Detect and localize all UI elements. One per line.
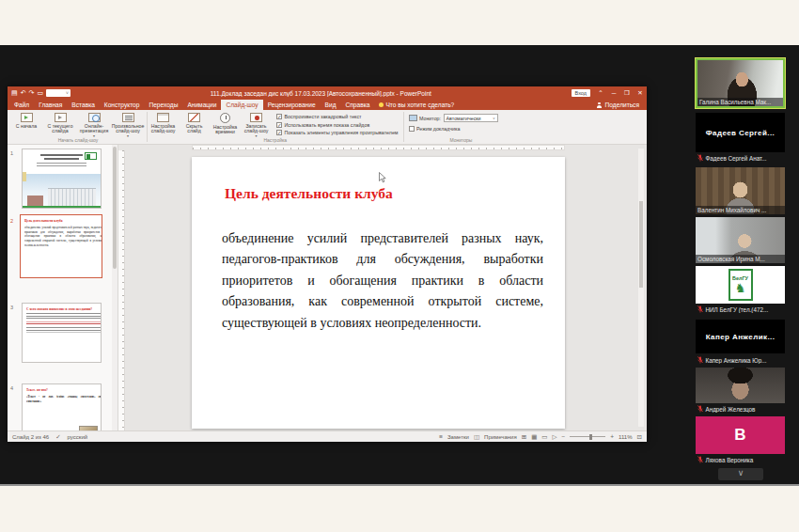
checkbox-presenter-view[interactable]: Режим докладчика [409, 126, 519, 132]
online-presentation-icon [88, 113, 101, 122]
thumb-number-3: 3 [10, 305, 13, 310]
letterbox-top [0, 0, 799, 45]
restore-button[interactable]: ❐ [620, 86, 634, 100]
zoom-in-icon[interactable]: + [610, 433, 614, 440]
zoom-out-icon[interactable]: − [561, 433, 565, 440]
slide-sorter-icon[interactable]: ▦ [531, 433, 537, 441]
zoom-level[interactable]: 111% [619, 434, 632, 440]
decor-strip [23, 206, 101, 208]
participant-video-tile[interactable]: Галина Васильевна Мак... [696, 58, 785, 108]
slide-scrollbar[interactable] [638, 149, 644, 427]
checkbox-show-media-controls[interactable]: ✓ Показать элементы управления проигрыва… [276, 130, 399, 135]
close-button[interactable]: ✕ [634, 86, 647, 100]
share-button[interactable]: Поделиться [597, 100, 647, 110]
quick-access-toolbar: ▤ ↶ ↷ ▭ ˅ [8, 86, 70, 100]
checkbox-checked-icon: ✓ [276, 114, 282, 119]
tab-view[interactable]: Вид [321, 100, 341, 110]
group-monitors: Монитор: Автоматически ˅ Режим докладчик… [404, 110, 519, 144]
sign-in-button[interactable]: Вход [572, 89, 590, 97]
scrollbar-thumb[interactable] [639, 201, 643, 288]
thumbnail-slide-2-selected[interactable]: Цель деятельности клуба объединение усил… [20, 214, 102, 278]
thumb-slide-title: С чего связано появление в этом заседани… [26, 307, 102, 311]
play-from-start-icon [21, 113, 33, 122]
body-text-bars [26, 327, 102, 333]
thumb-number-2: 2 [10, 218, 13, 224]
university-photo [23, 174, 101, 206]
undo-icon[interactable]: ↶ [21, 86, 26, 100]
participant-name: Андрей Железцов [706, 406, 756, 413]
share-label: Поделиться [605, 100, 639, 110]
belgu-horse-icon: ♞ [735, 282, 746, 294]
slide-thumbnail-panel: 1 2 [8, 145, 118, 430]
muted-mic-icon [697, 405, 703, 413]
checkbox-checked-icon: ✓ [276, 122, 282, 128]
tab-slideshow[interactable]: Слайд-шоу [221, 100, 262, 110]
checkbox-play-narrations[interactable]: ✓ Воспроизвести закадровый текст [276, 114, 399, 119]
monitor-row: Монитор: Автоматически ˅ [409, 114, 519, 122]
participant-initial-tile[interactable]: В [696, 416, 785, 454]
rehearse-timings-icon [220, 113, 230, 123]
notes-icon: ≡ [439, 433, 443, 440]
tab-design[interactable]: Конструктор [100, 100, 145, 110]
screenshot-frame: ▤ ↶ ↷ ▭ ˅ 111.Доклад заседан дис клуб 17… [0, 0, 799, 532]
more-participants-button[interactable]: ∨ [718, 468, 763, 480]
tab-home[interactable]: Главная [34, 100, 67, 110]
muted-mic-icon [697, 154, 703, 162]
group-label: Мониторы [404, 137, 519, 143]
custom-show-icon [122, 113, 134, 122]
tab-insert[interactable]: Вставка [67, 100, 100, 110]
participant-video-tile[interactable] [696, 368, 785, 403]
participant-name-tile[interactable]: Фадеев Сергей... [696, 113, 785, 152]
ribbon-tabs: Файл Главная Вставка Конструктор Переход… [8, 100, 647, 110]
title-text-bar [44, 158, 79, 160]
zoom-slider-knob[interactable] [589, 434, 592, 440]
redo-icon[interactable]: ↷ [29, 86, 35, 100]
thumbnail-slide-1[interactable] [22, 149, 102, 209]
status-bar: Слайд 2 из 46 ✓ русский ≡ Заметки ◫ Прим… [8, 430, 647, 442]
fit-to-window-icon[interactable]: ⊡ [637, 433, 642, 441]
tell-me-box[interactable]: Что вы хотите сделать? [374, 100, 459, 110]
participant-logo-tile[interactable]: БелГУ ♞ [696, 266, 785, 304]
participant-video-tile[interactable]: Валентин Михайлович ... [696, 167, 785, 214]
participant-label: Андрей Железцов [697, 405, 785, 413]
participant-name: Осмоловская Ирина М... [696, 255, 785, 263]
participant-name-tile[interactable]: Капер Анжелик... [696, 320, 785, 353]
scrollbar-thumb[interactable] [113, 147, 117, 269]
minimize-button[interactable]: ─ [607, 86, 620, 100]
ribbon-options-icon[interactable]: ⌃ [594, 86, 607, 100]
thumbnail-scrollbar[interactable] [112, 145, 118, 430]
participant-display-name: Капер Анжелик... [696, 333, 785, 341]
monitor-dropdown[interactable]: Автоматически ˅ [444, 114, 498, 122]
comments-toggle[interactable]: Примечания [484, 434, 517, 440]
participant-initial: В [696, 426, 785, 445]
slide-canvas[interactable]: Цель деятельности клуба объединение усил… [192, 157, 565, 429]
body-text-bars [26, 313, 102, 321]
participant-name: НИЛ БелГУ (тел.(472... [706, 306, 769, 313]
thumbnail-slide-4[interactable]: Текст- он что? «Текст - от лат. textus «… [22, 383, 102, 430]
tab-help[interactable]: Справка [341, 100, 375, 110]
status-right: ≡ Заметки ◫ Примечания ⊞ ▦ ▭ ▷ − + 111% … [439, 433, 642, 441]
monitor-icon [409, 115, 417, 121]
slide-body-text[interactable]: объединение усилий представителей разных… [222, 228, 543, 334]
save-icon[interactable]: ▤ [11, 86, 18, 100]
slide-title[interactable]: Цель деятельности клуба [225, 185, 393, 202]
reading-view-icon[interactable]: ▭ [541, 433, 547, 441]
tab-file[interactable]: Файл [9, 100, 34, 110]
checkbox-use-timings[interactable]: ✓ Использовать время показа слайдов [276, 122, 399, 128]
thumbnail-slide-3[interactable]: С чего связано появление в этом заседани… [22, 303, 102, 363]
tab-animations[interactable]: Анимации [182, 100, 221, 110]
tab-review[interactable]: Рецензирование [263, 100, 321, 110]
notes-toggle[interactable]: Заметки [447, 434, 469, 440]
vertical-ruler [118, 150, 125, 430]
qat-combobox[interactable]: ˅ [46, 89, 70, 97]
slideshow-view-icon[interactable]: ▷ [552, 433, 556, 441]
participants-panel: Галина Васильевна Мак... Фадеев Сергей..… [696, 58, 785, 485]
participant-video-tile[interactable]: Осмоловская Ирина М... [696, 217, 785, 263]
tab-transitions[interactable]: Переходы [144, 100, 182, 110]
mouse-cursor [378, 172, 386, 183]
zoom-slider[interactable] [570, 436, 605, 437]
language-indicator[interactable]: русский [68, 434, 88, 440]
spellcheck-icon[interactable]: ✓ [55, 433, 60, 441]
normal-view-icon[interactable]: ⊞ [522, 433, 526, 441]
start-slideshow-icon[interactable]: ▭ [37, 86, 43, 100]
